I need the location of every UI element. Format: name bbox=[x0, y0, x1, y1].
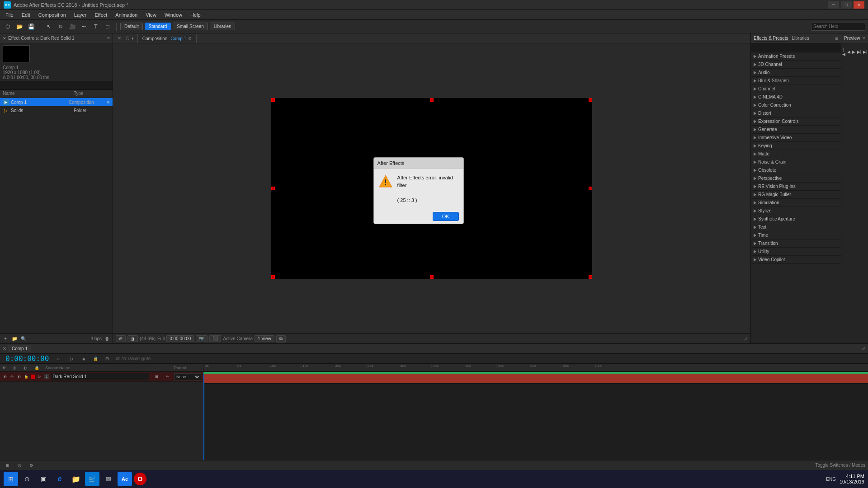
window-controls: ─ □ ✕ bbox=[828, 1, 864, 9]
dialog-overlay: After Effects ! After Effects error: inv… bbox=[0, 33, 868, 343]
title-bar-left: Ae Adobe After Effects CC 2018 - Untitle… bbox=[4, 1, 128, 9]
time-marker-10: 50s bbox=[529, 364, 536, 368]
timeline-snap-button[interactable]: ⊞ bbox=[102, 354, 112, 364]
timeline-ruler-area: 0s5s10s15s20s25s30s35s40s45s50s55s01:0 bbox=[203, 364, 868, 460]
time-marker-3: 15s bbox=[301, 364, 308, 368]
layer-switches: ⊞ ✏ bbox=[151, 372, 172, 382]
layer-column-headers: 👁 ◎ ◐ 🔒 Source Name Parent bbox=[0, 364, 203, 372]
dialog-ok-button[interactable]: OK bbox=[433, 212, 459, 221]
pen-tool[interactable]: ✒ bbox=[79, 22, 89, 32]
maximize-button[interactable]: □ bbox=[841, 1, 852, 9]
timeline-bottom-icon-3[interactable]: ⚙ bbox=[26, 460, 36, 470]
new-comp-button[interactable]: ⬡ bbox=[3, 22, 13, 32]
layer-parent-select[interactable]: None bbox=[174, 373, 201, 380]
layer-solo-toggle[interactable]: ◐ bbox=[16, 374, 22, 380]
help-search-input[interactable] bbox=[811, 23, 865, 31]
col-parent: Parent bbox=[174, 366, 201, 370]
save-button[interactable]: 💾 bbox=[26, 22, 36, 32]
menu-window[interactable]: Window bbox=[161, 11, 186, 19]
selection-tool[interactable]: ↖ bbox=[44, 22, 54, 32]
close-button[interactable]: ✕ bbox=[854, 1, 864, 9]
timeline-bottom-icon-2[interactable]: ◎ bbox=[14, 460, 24, 470]
timeline-toolbar-buttons: ▷ ◈ 🔒 ⊞ bbox=[67, 354, 112, 364]
timeline-ruler-track: 0s5s10s15s20s25s30s35s40s45s50s55s01:0 bbox=[203, 364, 868, 372]
taskbar-clock: 4:11 PM 10/13/2019 bbox=[840, 474, 864, 484]
taskbar-start-button[interactable]: ⊞ bbox=[4, 472, 18, 486]
menu-file[interactable]: File bbox=[2, 11, 17, 19]
menu-layer[interactable]: Layer bbox=[71, 11, 90, 19]
taskbar-edge-icon[interactable]: e bbox=[52, 472, 67, 486]
toggle-switches-label: Toggle Switches / Modes bbox=[815, 463, 865, 468]
taskbar-opera-icon[interactable]: O bbox=[134, 473, 146, 485]
timeline-comp-tab[interactable]: Comp 1 bbox=[8, 345, 31, 352]
timeline-section: ✕ Comp 1 ⤢ 0:00:00:00 ⌂ ▷ ◈ 🔒 ⊞ 00:00 13… bbox=[0, 343, 868, 470]
timeline-solo-button[interactable]: ◈ bbox=[79, 354, 89, 364]
taskbar-taskview-button[interactable]: ▣ bbox=[36, 472, 51, 486]
timeline-bottom-icon-1[interactable]: ⊞ bbox=[3, 460, 13, 470]
timeline-tracks bbox=[203, 374, 868, 460]
time-marker-9: 45s bbox=[496, 364, 504, 368]
timeline-close-icon[interactable]: ✕ bbox=[3, 346, 6, 351]
toolbar-sep-2 bbox=[116, 23, 117, 31]
layer-audio-toggle[interactable]: ◎ bbox=[9, 374, 14, 380]
layer-number: 1 bbox=[44, 374, 49, 379]
bottom-left-icons: ⊞ ◎ ⚙ bbox=[3, 460, 36, 470]
taskbar-lang: ENG bbox=[826, 477, 836, 482]
taskbar-explorer-icon[interactable]: 📁 bbox=[69, 472, 83, 486]
menu-animation[interactable]: Animation bbox=[112, 11, 141, 19]
time-marker-7: 35s bbox=[431, 364, 439, 368]
layer-switch-2[interactable]: ✏ bbox=[162, 372, 172, 382]
menu-bar: File Edit Composition Layer Effect Anima… bbox=[0, 10, 868, 20]
playhead[interactable] bbox=[203, 374, 204, 460]
menu-composition[interactable]: Composition bbox=[35, 11, 70, 19]
minimize-button[interactable]: ─ bbox=[828, 1, 839, 9]
text-tool[interactable]: T bbox=[91, 22, 101, 32]
menu-effect[interactable]: Effect bbox=[91, 11, 111, 19]
timeline-duration-info: 00:00 130:00 @ 30 bbox=[116, 357, 151, 361]
timeline-home-button[interactable]: ⌂ bbox=[53, 354, 63, 364]
clock-time: 4:11 PM bbox=[840, 474, 864, 479]
time-marker-6: 30s bbox=[399, 364, 406, 368]
layer-name[interactable]: Dark Red Solid 1 bbox=[51, 373, 149, 380]
taskbar-ae-icon[interactable]: Ae bbox=[118, 472, 132, 486]
taskbar-store-icon[interactable]: 🛒 bbox=[85, 472, 99, 486]
menu-view[interactable]: View bbox=[142, 11, 160, 19]
taskbar-search-button[interactable]: ⊙ bbox=[20, 472, 34, 486]
title-bar: Ae Adobe After Effects CC 2018 - Untitle… bbox=[0, 0, 868, 10]
layer-visibility-toggle[interactable]: 👁 bbox=[2, 374, 7, 380]
workspace-libraries[interactable]: Libraries bbox=[210, 23, 235, 30]
error-message-line1: After Effects error: invalid filter bbox=[397, 174, 459, 189]
rotation-tool[interactable]: ↻ bbox=[56, 22, 66, 32]
svg-text:!: ! bbox=[384, 178, 387, 186]
layer-lock-toggle[interactable]: 🔒 bbox=[24, 374, 29, 380]
dialog-title: After Effects bbox=[374, 158, 463, 169]
bottom-status-bar: ⊞ ◎ ⚙ Toggle Switches / Modes bbox=[0, 460, 868, 470]
timeline-current-time[interactable]: 0:00:00:00 bbox=[3, 354, 52, 363]
layer-expand-button[interactable]: ▷ bbox=[37, 374, 42, 380]
time-marker-5: 25s bbox=[366, 364, 373, 368]
error-dialog: After Effects ! After Effects error: inv… bbox=[373, 157, 464, 224]
menu-edit[interactable]: Edit bbox=[18, 11, 34, 19]
camera-tool[interactable]: 🎥 bbox=[67, 22, 77, 32]
timeline-lock-button[interactable]: 🔒 bbox=[90, 354, 100, 364]
shape-tool[interactable]: □ bbox=[103, 22, 113, 32]
dialog-title-text: After Effects bbox=[377, 160, 405, 166]
workspace-default[interactable]: Default bbox=[120, 23, 143, 30]
layer-switch-1[interactable]: ⊞ bbox=[151, 372, 161, 382]
timeline-comp-name: Comp 1 bbox=[12, 346, 28, 351]
workspace-small-screen[interactable]: Small Screen bbox=[173, 23, 208, 30]
clock-date: 10/13/2019 bbox=[840, 479, 864, 484]
layer-panel: 👁 ◎ ◐ 🔒 Source Name Parent 👁 ◎ ◐ 🔒 ▷ 1 D… bbox=[0, 364, 203, 460]
workspace-standard[interactable]: Standard bbox=[145, 23, 171, 30]
time-marker-1: 5s bbox=[236, 364, 241, 368]
track-layer-1[interactable] bbox=[203, 374, 868, 384]
taskbar-mail-icon[interactable]: ✉ bbox=[101, 472, 116, 486]
warning-icon: ! bbox=[378, 174, 393, 188]
error-message-line2: ( 25 :: 3 ) bbox=[397, 197, 459, 204]
timeline-expand-icon[interactable]: ⤢ bbox=[862, 346, 865, 351]
toolbar: ⬡ 📂 💾 ↖ ↻ 🎥 ✒ T □ Default Standard Small… bbox=[0, 20, 868, 33]
menu-help[interactable]: Help bbox=[187, 11, 204, 19]
window-title: Adobe After Effects CC 2018 - Untitled P… bbox=[14, 2, 128, 8]
open-button[interactable]: 📂 bbox=[14, 22, 24, 32]
preview-play-timeline[interactable]: ▷ bbox=[67, 354, 77, 364]
